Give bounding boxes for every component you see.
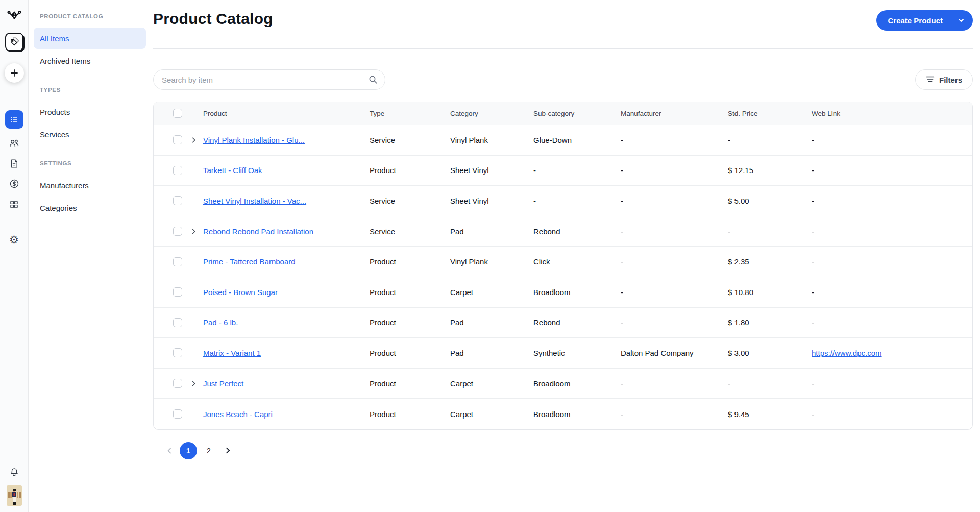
create-product-button[interactable]: Create Product [876,10,973,31]
row-checkbox[interactable] [173,257,182,266]
cell-manufacturer: - [621,379,728,388]
cell-manufacturer: - [621,197,728,205]
sidebar-item-services[interactable]: Services [34,124,146,145]
cell-type: Product [370,257,450,266]
previous-page-button[interactable] [162,442,177,459]
catalog-app-button[interactable] [5,33,23,51]
product-link[interactable]: Sheet Vinyl Installation - Vac... [203,197,306,205]
sidebar-item-products[interactable]: Products [34,101,146,123]
bell-icon [9,467,20,478]
product-link[interactable]: Prime - Tattered Barnboard [203,257,296,266]
sidebar: PRODUCT CATALOG All Items Archived Items… [29,0,153,512]
cell-subcategory: Rebond [533,318,621,327]
cell-subcategory: Glue-Down [533,136,621,144]
select-all-checkbox[interactable] [173,109,182,118]
cell-type: Product [370,318,450,327]
cell-price: - [728,136,812,144]
table-row[interactable]: Jones Beach - Capri Product Carpet Broad… [154,399,972,429]
list-icon [9,114,19,125]
cell-price: $ 9.45 [728,410,812,419]
cell-manufacturer: - [621,136,728,144]
cell-category: Sheet Vinyl [450,197,533,205]
nav-billing-button[interactable] [8,178,20,190]
row-checkbox[interactable] [173,135,182,144]
chevron-down-icon[interactable] [951,17,973,24]
icon-rail: ⚙ [0,0,29,512]
row-checkbox[interactable] [173,348,182,357]
filters-button[interactable]: Filters [915,69,973,90]
row-checkbox[interactable] [173,318,182,327]
product-link[interactable]: Matrix - Variant 1 [203,349,261,357]
weblink-link[interactable]: https://www.dpc.com [812,349,972,357]
product-link[interactable]: Pad - 6 lb. [203,318,238,327]
product-link[interactable]: Just Perfect [203,379,243,388]
product-link[interactable]: Jones Beach - Capri [203,410,273,419]
plus-icon [10,68,19,78]
sidebar-item-manufacturers[interactable]: Manufacturers [34,175,146,196]
sidebar-item-archived-items[interactable]: Archived Items [34,50,146,71]
row-checkbox[interactable] [173,196,182,205]
nav-documents-button[interactable] [8,157,20,169]
table-row[interactable]: Vinyl Plank Installation - Glu... Servic… [154,125,972,156]
table-body: Vinyl Plank Installation - Glu... Servic… [154,125,972,429]
table-row[interactable]: Pad - 6 lb. Product Pad Rebond - $ 1.80 … [154,308,972,338]
antler-logo-icon [6,8,23,21]
sidebar-section-types: TYPES [34,87,146,93]
cell-weblink: - [812,257,972,266]
sidebar-item-all-items[interactable]: All Items [34,28,146,49]
row-checkbox[interactable] [173,409,182,419]
next-page-button[interactable] [220,442,235,459]
expand-row-icon[interactable] [190,137,197,143]
product-link[interactable]: Vinyl Plank Installation - Glu... [203,136,305,144]
cell-type: Service [370,227,450,236]
nav-customers-button[interactable] [8,137,20,149]
product-link[interactable]: Rebond Rebond Pad Installation [203,227,313,236]
add-button[interactable] [5,63,24,83]
cell-subcategory: Click [533,257,621,266]
cell-category: Carpet [450,288,533,297]
page-button-1[interactable]: 1 [180,442,197,459]
product-link[interactable]: Poised - Brown Sugar [203,288,278,297]
row-checkbox[interactable] [173,166,182,175]
settings-gear-button[interactable]: ⚙ [9,234,19,246]
product-link[interactable]: Tarkett - Cliff Oak [203,166,262,175]
table-row[interactable]: Just Perfect Product Carpet Broadloom - … [154,369,972,399]
sidebar-section-settings: SETTINGS [34,160,146,166]
filters-label: Filters [939,76,962,84]
cell-subcategory: Synthetic [533,349,621,357]
user-avatar[interactable] [7,485,22,506]
search-input[interactable] [153,69,385,90]
nav-apps-button[interactable] [8,198,20,210]
row-checkbox[interactable] [173,227,182,236]
page-title: Product Catalog [153,10,273,28]
filter-lines-icon [926,76,935,84]
nav-catalog-list-button[interactable] [5,110,23,129]
table-row[interactable]: Prime - Tattered Barnboard Product Vinyl… [154,247,972,277]
cell-weblink: - [812,318,972,327]
table-row[interactable]: Matrix - Variant 1 Product Pad Synthetic… [154,338,972,369]
row-checkbox[interactable] [173,287,182,297]
table-row[interactable]: Rebond Rebond Pad Installation Service P… [154,216,972,247]
sidebar-item-label: Categories [40,204,77,212]
sidebar-item-label: Products [40,108,70,116]
cell-weblink: - [812,136,972,144]
column-type: Type [370,110,450,117]
gear-icon: ⚙ [9,234,19,246]
notifications-button[interactable] [8,466,20,478]
sidebar-item-categories[interactable]: Categories [34,197,146,218]
expand-row-icon[interactable] [190,228,197,235]
table-row[interactable]: Poised - Brown Sugar Product Carpet Broa… [154,277,972,308]
cell-manufacturer: - [621,288,728,297]
cell-weblink: - [812,166,972,175]
cell-type: Product [370,410,450,419]
page-button-2[interactable]: 2 [200,442,217,459]
cell-price: $ 1.80 [728,318,812,327]
table-row[interactable]: Tarkett - Cliff Oak Product Sheet Vinyl … [154,156,972,186]
cell-type: Product [370,166,450,175]
row-checkbox[interactable] [173,379,182,388]
table-row[interactable]: Sheet Vinyl Installation - Vac... Servic… [154,186,972,216]
expand-row-icon[interactable] [190,380,197,387]
cell-manufacturer: - [621,318,728,327]
cell-subcategory: Broadloom [533,288,621,297]
cell-weblink: - [812,227,972,236]
